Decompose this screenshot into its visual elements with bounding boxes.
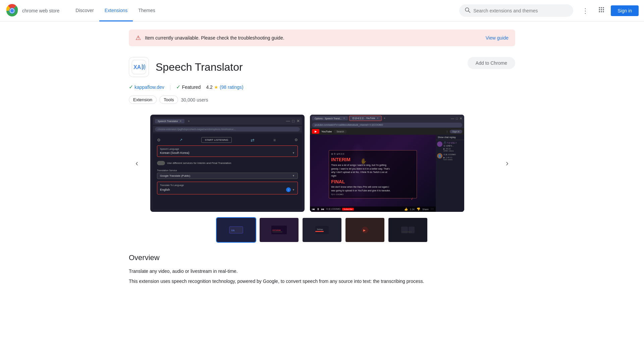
yt-like-icon[interactable]: 👍	[404, 207, 408, 211]
carousel-prev-button[interactable]: ‹	[129, 155, 145, 171]
developer-link[interactable]: kappaflow.dev	[135, 84, 164, 90]
svg-rect-9	[599, 9, 600, 10]
screenshot-1: Speech Translator ✕ + — □ ✕	[150, 115, 305, 212]
svg-rect-28	[315, 231, 324, 232]
thumbnail-2[interactable]: INTERIM	[259, 217, 299, 243]
chevron-left-icon: ‹	[136, 159, 138, 168]
search-box	[459, 4, 573, 17]
arrow-indicator: ↓	[410, 196, 414, 201]
svg-rect-24	[272, 232, 282, 232]
rating-count-link[interactable]: (98 ratings)	[220, 84, 244, 90]
yt-more-icon: ⋮	[446, 130, 448, 133]
screenshot-2: Options - Speech Transl... ✕ 한생세요요 - You…	[310, 115, 464, 212]
svg-text:XA: XA	[133, 64, 141, 70]
verified-icon: ✓	[129, 84, 133, 90]
overview-text-2: This extension uses speech recognition t…	[129, 278, 515, 285]
close-window-icon: ✕	[297, 119, 300, 123]
extension-icon: XA	[129, 57, 149, 77]
youtube-mock: Options - Speech Transl... ✕ 한생세요요 - You…	[310, 115, 464, 212]
logo-link[interactable]: chrome web store	[5, 4, 59, 17]
translate-to-value: English i ▼	[160, 187, 295, 192]
carousel-images-area: Speech Translator ✕ + — □ ✕	[150, 115, 494, 212]
external-link-icon: ↗	[179, 138, 182, 142]
speech-lang-value: Korean (South Korea) ▼	[160, 151, 295, 155]
final-text: We don't know when the Haru Prio will co…	[331, 185, 415, 192]
svg-rect-35	[402, 232, 412, 232]
popup-tab-label: Speech Translator	[158, 120, 178, 123]
main-nav: Discover Extensions Themes	[70, 0, 161, 21]
extension-meta: ✓ kappaflow.dev | ✓ Featured 4.2 ★ (98 r…	[129, 84, 515, 90]
more-options-button[interactable]: ⋮	[579, 4, 592, 17]
yt-sign-in[interactable]: Sign in	[450, 130, 462, 133]
chat-sidebar: Show chat replay 🎵 기년 생일 2 인 번째자... ▶	[436, 135, 464, 212]
toggle-switch[interactable]	[157, 161, 165, 165]
sign-in-button[interactable]: Sign in	[611, 5, 639, 16]
nav-discover[interactable]: Discover	[70, 0, 99, 21]
nav-extensions[interactable]: Extensions	[99, 0, 133, 21]
carousel-main-area: ‹ Speech Translator ✕ +	[129, 115, 515, 212]
svg-rect-13	[601, 11, 602, 12]
thumbnails-strip: XA INTERIM	[129, 217, 515, 243]
yt-more2-icon[interactable]: ⋯	[431, 207, 434, 211]
yt-channel: 이로.COOMO	[326, 207, 340, 211]
yt-minimize-icon: —	[451, 117, 454, 120]
yt-play-icon[interactable]: ⏮	[312, 207, 315, 211]
settings-gear-icon: ⚙	[157, 138, 161, 142]
alert-message: Item currently unavailable. Please check…	[145, 35, 284, 41]
youtube-wordmark: YouTube	[321, 130, 332, 133]
thumbnail-3[interactable]: Settings	[302, 217, 342, 243]
service-value: Google Translate (Public) ▼	[157, 173, 298, 179]
yt-dislike-icon[interactable]: 👎	[417, 207, 420, 211]
star-icon: ★	[214, 84, 218, 90]
apps-button[interactable]	[595, 4, 608, 17]
overview-section: Overview Translate any video, audio or l…	[129, 253, 515, 285]
overview-title: Overview	[129, 253, 515, 262]
thumbnail-4[interactable]: ▶	[345, 217, 385, 243]
settings2-icon: ⚙	[294, 138, 298, 142]
carousel-next-button[interactable]: ›	[499, 155, 515, 171]
tag-tools[interactable]: Tools	[159, 96, 178, 104]
svg-rect-14	[603, 11, 604, 12]
featured-info: ✓ Featured	[176, 84, 201, 90]
add-to-chrome-button[interactable]: Add to Chrome	[468, 57, 515, 69]
final-label-overlay: FINAL	[331, 179, 415, 184]
overview-text-1: Translate any video, audio or livestream…	[129, 267, 515, 275]
grid-icon	[598, 6, 605, 15]
svg-rect-8	[603, 7, 604, 8]
search-input[interactable]	[473, 8, 568, 13]
warning-icon: ⚠	[136, 34, 141, 42]
chat-replay-label: Show chat replay	[436, 135, 464, 140]
info-icon: i	[286, 187, 291, 192]
yt-search-bar[interactable]: Search	[334, 130, 346, 133]
chat-message-2: 👤 이로.COOMO ▶ 1:45:11 51K views	[437, 153, 463, 161]
start-listening-button[interactable]: START LISTENING	[201, 137, 232, 143]
yt-pause-icon[interactable]: ⏸	[317, 207, 320, 211]
service-label: Translation Service	[157, 169, 298, 172]
extension-header: XA Speech Translator Add to Chrome	[129, 57, 515, 77]
subscribe-btn[interactable]: Subscribe	[342, 208, 354, 210]
yt-share[interactable]: Share	[422, 208, 429, 210]
svg-rect-10	[601, 9, 602, 10]
rating-info: 4.2 ★ (98 ratings)	[206, 84, 243, 90]
view-guide-link[interactable]: View guide	[486, 35, 508, 41]
tag-extension[interactable]: Extension	[129, 96, 157, 104]
svg-rect-6	[599, 7, 600, 8]
svg-rect-11	[603, 9, 604, 10]
app-header: chrome web store Discover Extensions The…	[0, 0, 644, 21]
alert-left: ⚠ Item currently unavailable. Please che…	[136, 34, 284, 42]
yt-close-icon: ✕	[460, 117, 462, 120]
thumbnail-5[interactable]	[388, 217, 428, 243]
yt-next-icon[interactable]: ⏭	[321, 207, 324, 211]
nav-themes[interactable]: Themes	[133, 0, 161, 21]
featured-label: Featured	[182, 84, 201, 90]
interim-label: Use different services for Interim and F…	[167, 162, 231, 165]
svg-line-5	[469, 11, 470, 13]
users-count: 30,000 users	[181, 97, 208, 103]
yt-restore-icon: □	[456, 117, 458, 120]
svg-rect-7	[601, 7, 602, 8]
svg-point-3	[10, 9, 14, 12]
extension-title-section: XA Speech Translator	[129, 57, 243, 77]
more-vert-icon: ⋮	[582, 7, 589, 15]
thumbnail-1[interactable]: XA	[216, 217, 256, 243]
logo-text: chrome web store	[22, 8, 59, 13]
